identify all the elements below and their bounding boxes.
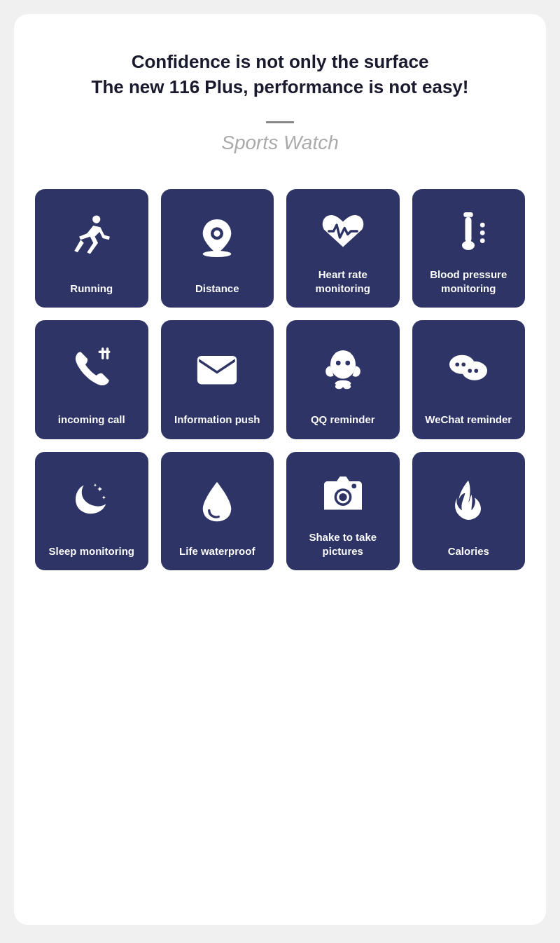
info-push-label: Information push [174,413,260,427]
incoming-call-icon [42,333,141,406]
info-push-icon [168,333,267,406]
tile-shake-pic[interactable]: Shake to take pictures [286,452,400,571]
svg-point-20 [456,363,460,367]
qq-icon [293,333,393,406]
svg-point-14 [335,385,343,390]
svg-point-9 [480,238,485,243]
headline-line1: Confidence is not only the surface [132,51,429,72]
svg-rect-5 [465,217,472,242]
divider [266,121,294,123]
shake-pic-icon [293,464,393,524]
svg-point-16 [336,361,341,366]
tile-heart-rate[interactable]: Heart rate monitoring [286,189,400,308]
features-grid: Running Distance Heart rate monitoring B… [35,189,525,571]
waterproof-label: Life waterproof [179,544,255,558]
main-card: Confidence is not only the surface The n… [14,14,546,925]
sleep-icon: ✦ ✦ ✦ [42,464,141,537]
svg-point-17 [345,361,350,366]
tile-calories[interactable]: Calories [412,452,526,571]
svg-point-8 [480,230,485,235]
headline: Confidence is not only the surface The n… [92,49,469,100]
distance-label: Distance [195,282,239,296]
calories-icon [419,464,519,537]
svg-text:✦: ✦ [93,483,97,488]
svg-point-21 [462,363,466,367]
qq-label: QQ reminder [311,413,375,427]
svg-point-15 [343,385,351,390]
sleep-label: Sleep monitoring [48,544,134,558]
tile-distance[interactable]: Distance [161,189,274,308]
svg-point-0 [92,215,100,223]
svg-point-23 [475,369,479,373]
running-label: Running [70,282,113,296]
wechat-label: WeChat reminder [425,413,512,427]
wechat-icon [419,333,519,406]
svg-rect-4 [464,212,474,217]
svg-point-3 [214,230,220,237]
svg-text:✦: ✦ [101,495,106,501]
incoming-call-label: incoming call [58,413,125,427]
svg-point-12 [330,350,356,379]
blood-pressure-label: Blood pressure monitoring [419,268,519,295]
shake-pic-label: Shake to take pictures [293,530,393,558]
heart-rate-icon [293,202,393,261]
svg-point-22 [468,369,472,373]
distance-icon [168,202,267,275]
headline-line2: The new 116 Plus, performance is not eas… [92,76,469,97]
tile-wechat[interactable]: WeChat reminder [412,320,526,439]
tile-qq[interactable]: QQ reminder [286,320,400,439]
tile-running[interactable]: Running [35,189,148,308]
svg-point-29 [339,493,346,501]
waterproof-icon [168,464,267,537]
blood-pressure-icon [419,202,519,261]
tile-sleep[interactable]: ✦ ✦ ✦ Sleep monitoring [35,452,148,571]
running-icon [42,202,141,275]
tile-info-push[interactable]: Information push [161,320,274,439]
svg-rect-10 [198,357,236,383]
heart-rate-label: Heart rate monitoring [293,268,393,295]
subtitle: Sports Watch [221,132,339,154]
svg-point-30 [351,484,356,489]
tile-blood-pressure[interactable]: Blood pressure monitoring [412,189,526,308]
svg-point-6 [462,241,475,251]
calories-label: Calories [448,544,489,558]
svg-point-7 [480,223,485,228]
tile-waterproof[interactable]: Life waterproof [161,452,274,571]
tile-incoming-call[interactable]: incoming call [35,320,148,439]
